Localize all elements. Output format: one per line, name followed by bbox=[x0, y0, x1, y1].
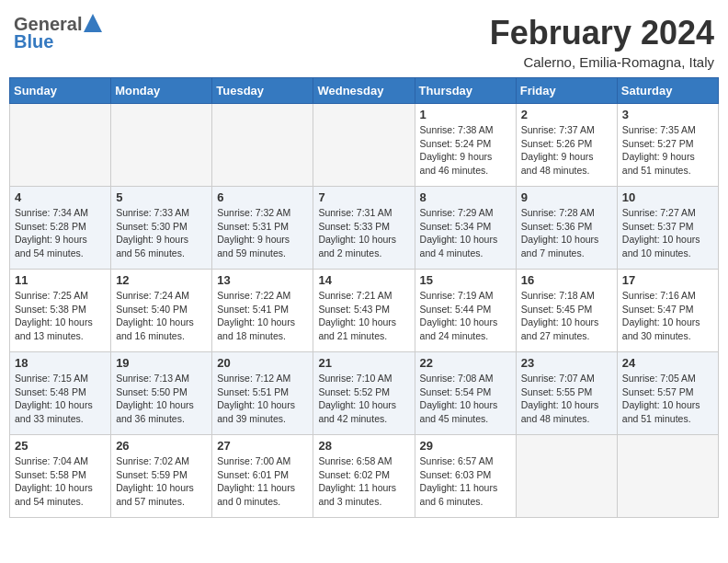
cell-text: Daylight: 10 hours and 21 minutes. bbox=[318, 316, 409, 342]
svg-marker-0 bbox=[84, 14, 102, 32]
cell-text: Daylight: 10 hours and 33 minutes. bbox=[15, 398, 106, 425]
cell-text: Sunrise: 6:58 AM bbox=[318, 454, 409, 468]
weekday-header-friday: Friday bbox=[516, 78, 617, 104]
cell-text: Daylight: 10 hours and 36 minutes. bbox=[116, 398, 207, 425]
day-number: 12 bbox=[116, 273, 207, 287]
day-number: 14 bbox=[318, 273, 409, 287]
cell-text: Sunrise: 7:15 AM bbox=[15, 372, 106, 385]
cell-text: Sunset: 5:24 PM bbox=[420, 137, 511, 151]
cell-text: Sunset: 6:01 PM bbox=[217, 468, 308, 482]
calendar-cell: 14Sunrise: 7:21 AMSunset: 5:43 PMDayligh… bbox=[313, 270, 415, 352]
cell-text: Daylight: 10 hours and 48 minutes. bbox=[521, 398, 612, 425]
day-number: 19 bbox=[116, 356, 207, 370]
day-number: 24 bbox=[622, 356, 713, 370]
cell-text: Daylight: 10 hours and 13 minutes. bbox=[15, 316, 106, 342]
cell-text: Daylight: 10 hours and 30 minutes. bbox=[622, 316, 713, 342]
cell-text: Sunset: 5:40 PM bbox=[116, 303, 207, 316]
cell-text: Sunset: 5:50 PM bbox=[116, 385, 207, 399]
calendar-cell bbox=[111, 104, 212, 187]
calendar-cell: 15Sunrise: 7:19 AMSunset: 5:44 PMDayligh… bbox=[415, 270, 516, 352]
calendar-cell: 28Sunrise: 6:58 AMSunset: 6:02 PMDayligh… bbox=[313, 435, 415, 518]
cell-text: Sunset: 5:28 PM bbox=[15, 220, 106, 234]
cell-text: Daylight: 11 hours and 3 minutes. bbox=[318, 481, 409, 508]
day-number: 21 bbox=[318, 356, 409, 370]
cell-text: Daylight: 9 hours and 56 minutes. bbox=[116, 233, 207, 259]
day-number: 4 bbox=[15, 190, 106, 204]
cell-text: Sunrise: 7:19 AM bbox=[420, 289, 511, 303]
calendar-cell: 8Sunrise: 7:29 AMSunset: 5:34 PMDaylight… bbox=[415, 187, 516, 270]
cell-text: Sunset: 5:45 PM bbox=[521, 303, 612, 316]
weekday-header-row: SundayMondayTuesdayWednesdayThursdayFrid… bbox=[10, 78, 719, 104]
cell-text: Sunrise: 7:37 AM bbox=[521, 123, 612, 137]
day-number: 16 bbox=[521, 273, 612, 287]
cell-text: Daylight: 10 hours and 7 minutes. bbox=[521, 233, 612, 259]
day-number: 1 bbox=[420, 108, 511, 121]
cell-text: Sunset: 5:41 PM bbox=[217, 303, 308, 316]
calendar-cell: 17Sunrise: 7:16 AMSunset: 5:47 PMDayligh… bbox=[617, 270, 718, 352]
weekday-header-monday: Monday bbox=[111, 78, 212, 104]
cell-text: Sunrise: 7:38 AM bbox=[420, 123, 511, 137]
week-row-1: 1Sunrise: 7:38 AMSunset: 5:24 PMDaylight… bbox=[10, 104, 719, 187]
cell-text: Sunrise: 7:16 AM bbox=[622, 289, 713, 303]
cell-text: Daylight: 10 hours and 42 minutes. bbox=[318, 398, 409, 425]
cell-text: Sunset: 5:47 PM bbox=[622, 303, 713, 316]
calendar-cell: 24Sunrise: 7:05 AMSunset: 5:57 PMDayligh… bbox=[617, 352, 718, 435]
day-number: 23 bbox=[521, 356, 612, 370]
cell-text: Sunrise: 7:31 AM bbox=[318, 206, 409, 220]
calendar-cell: 21Sunrise: 7:10 AMSunset: 5:52 PMDayligh… bbox=[313, 352, 415, 435]
cell-text: Daylight: 10 hours and 54 minutes. bbox=[15, 481, 106, 508]
cell-text: Sunrise: 7:02 AM bbox=[116, 454, 207, 468]
calendar-cell: 26Sunrise: 7:02 AMSunset: 5:59 PMDayligh… bbox=[111, 435, 212, 518]
cell-text: Daylight: 10 hours and 39 minutes. bbox=[217, 398, 308, 425]
cell-text: Daylight: 10 hours and 45 minutes. bbox=[420, 398, 511, 425]
calendar-cell bbox=[313, 104, 415, 187]
day-number: 8 bbox=[420, 190, 511, 204]
day-number: 28 bbox=[318, 439, 409, 453]
weekday-header-thursday: Thursday bbox=[415, 78, 516, 104]
logo-triangle-icon bbox=[84, 14, 102, 32]
cell-text: Daylight: 10 hours and 24 minutes. bbox=[420, 316, 511, 342]
cell-text: Daylight: 9 hours and 51 minutes. bbox=[622, 150, 713, 177]
cell-text: Sunrise: 7:29 AM bbox=[420, 206, 511, 220]
cell-text: Daylight: 10 hours and 27 minutes. bbox=[521, 316, 612, 342]
day-number: 26 bbox=[116, 439, 207, 453]
cell-text: Sunset: 5:59 PM bbox=[116, 468, 207, 482]
day-number: 27 bbox=[217, 439, 308, 453]
calendar-table: SundayMondayTuesdayWednesdayThursdayFrid… bbox=[9, 77, 719, 518]
cell-text: Daylight: 10 hours and 2 minutes. bbox=[318, 233, 409, 259]
day-number: 10 bbox=[622, 190, 713, 204]
cell-text: Sunset: 5:37 PM bbox=[622, 220, 713, 234]
cell-text: Sunrise: 7:18 AM bbox=[521, 289, 612, 303]
cell-text: Sunset: 5:48 PM bbox=[15, 385, 106, 399]
cell-text: Sunrise: 7:13 AM bbox=[116, 372, 207, 385]
cell-text: Sunset: 6:02 PM bbox=[318, 468, 409, 482]
day-number: 15 bbox=[420, 273, 511, 287]
cell-text: Sunrise: 6:57 AM bbox=[420, 454, 511, 468]
day-number: 7 bbox=[318, 190, 409, 204]
week-row-4: 18Sunrise: 7:15 AMSunset: 5:48 PMDayligh… bbox=[10, 352, 719, 435]
calendar-cell: 11Sunrise: 7:25 AMSunset: 5:38 PMDayligh… bbox=[10, 270, 111, 352]
cell-text: Sunset: 5:26 PM bbox=[521, 137, 612, 151]
weekday-header-sunday: Sunday bbox=[10, 78, 111, 104]
calendar-cell: 27Sunrise: 7:00 AMSunset: 6:01 PMDayligh… bbox=[212, 435, 313, 518]
calendar-cell bbox=[10, 104, 111, 187]
calendar-cell: 13Sunrise: 7:22 AMSunset: 5:41 PMDayligh… bbox=[212, 270, 313, 352]
cell-text: Sunrise: 7:07 AM bbox=[521, 372, 612, 385]
cell-text: Sunset: 5:57 PM bbox=[622, 385, 713, 399]
calendar-cell: 2Sunrise: 7:37 AMSunset: 5:26 PMDaylight… bbox=[516, 104, 617, 187]
day-number: 3 bbox=[622, 108, 713, 121]
logo: General Blue bbox=[14, 14, 102, 52]
week-row-2: 4Sunrise: 7:34 AMSunset: 5:28 PMDaylight… bbox=[10, 187, 719, 270]
cell-text: Daylight: 10 hours and 16 minutes. bbox=[116, 316, 207, 342]
day-number: 9 bbox=[521, 190, 612, 204]
cell-text: Sunset: 5:55 PM bbox=[521, 385, 612, 399]
calendar-cell: 1Sunrise: 7:38 AMSunset: 5:24 PMDaylight… bbox=[415, 104, 516, 187]
cell-text: Daylight: 9 hours and 48 minutes. bbox=[521, 150, 612, 177]
cell-text: Sunrise: 7:22 AM bbox=[217, 289, 308, 303]
calendar-cell: 4Sunrise: 7:34 AMSunset: 5:28 PMDaylight… bbox=[10, 187, 111, 270]
weekday-header-saturday: Saturday bbox=[617, 78, 718, 104]
cell-text: Sunset: 5:51 PM bbox=[217, 385, 308, 399]
cell-text: Sunset: 5:38 PM bbox=[15, 303, 106, 316]
day-number: 11 bbox=[15, 273, 106, 287]
day-number: 5 bbox=[116, 190, 207, 204]
